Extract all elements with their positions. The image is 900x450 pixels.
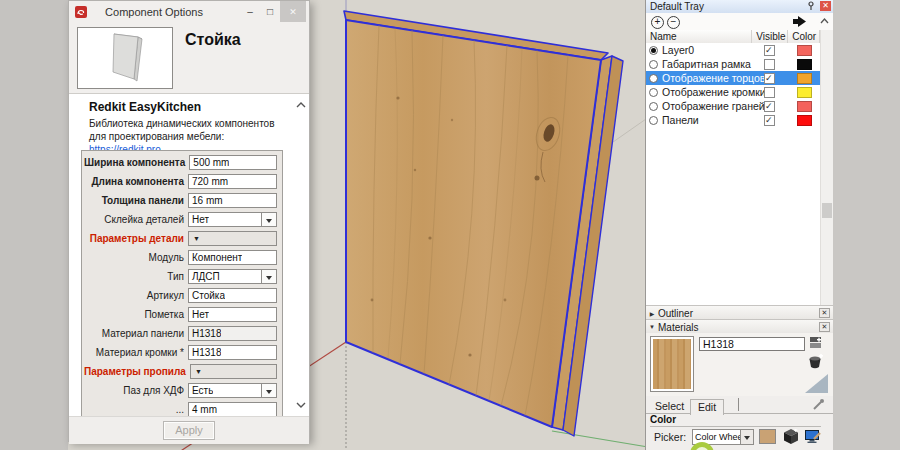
group-divider	[650, 426, 821, 427]
radio-icon[interactable]	[649, 116, 658, 125]
field-row: Паз для ХДФЕсть	[84, 383, 277, 398]
layer-color-swatch[interactable]	[797, 73, 812, 84]
layer-row[interactable]: Отображение граней	[646, 99, 820, 113]
layers-column-headers[interactable]: Name Visible Color	[646, 30, 820, 44]
type-select[interactable]: ЛДСП	[188, 269, 277, 284]
dialog-titlebar[interactable]: Component Options – □ ✕	[69, 1, 309, 23]
close-button[interactable]: ✕	[280, 1, 306, 22]
field-label: Пометка	[84, 309, 188, 320]
chevron-down-icon[interactable]	[261, 213, 276, 226]
edge-material-input[interactable]: H1318	[188, 345, 277, 360]
field-label: Артикул	[84, 290, 188, 301]
remove-layer-button[interactable]: −	[667, 16, 680, 29]
layer-name: Габаритная рамка	[658, 58, 764, 70]
material-preview[interactable]	[650, 336, 694, 392]
apply-button[interactable]: Apply	[163, 421, 215, 440]
expand-right-icon[interactable]: ▶	[646, 310, 658, 317]
groove-width-input[interactable]: 4 mm	[188, 402, 277, 417]
expand-down-icon[interactable]: ▼	[646, 324, 658, 330]
create-material-icon[interactable]	[807, 354, 824, 370]
layer-row[interactable]: Габаритная рамка	[646, 57, 820, 71]
minimize-button[interactable]: –	[240, 1, 260, 22]
visibility-checkbox[interactable]	[764, 101, 775, 112]
width-input[interactable]: 500 mm	[189, 155, 277, 170]
field-label: Модуль	[84, 252, 188, 263]
layer-color-swatch[interactable]	[797, 45, 812, 56]
layer-row-selected[interactable]: Отображение торцов	[646, 71, 820, 85]
tray-scrollbar[interactable]	[820, 30, 833, 305]
sample-paint-arrow[interactable]	[805, 374, 828, 393]
color-group: Color	[646, 413, 833, 427]
layer-name: Отображение торцов	[658, 72, 764, 84]
layer-name: Панели	[658, 114, 764, 126]
visibility-checkbox[interactable]	[764, 73, 775, 84]
material-name-input[interactable]: H1318	[699, 337, 805, 351]
layer-color-swatch[interactable]	[797, 115, 812, 126]
picker-label: Picker:	[654, 431, 686, 443]
eyedropper-icon[interactable]	[812, 398, 825, 411]
chevron-down-icon[interactable]	[740, 430, 753, 444]
scroll-down-icon[interactable]	[296, 402, 306, 408]
component-header: Стойка	[69, 23, 309, 93]
section-label: Параметры детали	[84, 233, 188, 244]
tray-close-icon[interactable]: ✕	[820, 1, 831, 11]
field-row: ...4 mm	[84, 402, 277, 417]
layer-color-swatch[interactable]	[797, 59, 812, 70]
maximize-button[interactable]: □	[260, 1, 280, 22]
scrollbar-thumb[interactable]	[822, 203, 832, 218]
glue-select[interactable]: Нет	[188, 212, 277, 227]
layer-row[interactable]: Layer0	[646, 43, 820, 57]
layer-row[interactable]: Панели	[646, 113, 820, 127]
thickness-input[interactable]: 16 mm	[188, 193, 277, 208]
radio-icon[interactable]	[649, 46, 658, 55]
column-color[interactable]: Color	[788, 30, 820, 43]
sketchup-window: Component Options – □ ✕ Стойка Redkit Ea…	[0, 0, 900, 450]
radio-icon[interactable]	[649, 60, 658, 69]
radio-icon[interactable]	[649, 88, 658, 97]
visibility-checkbox[interactable]	[764, 115, 775, 126]
match-object-color-icon[interactable]	[783, 429, 799, 444]
visibility-checkbox[interactable]	[764, 45, 775, 56]
field-label: Материал панели	[84, 328, 188, 339]
outliner-close-icon[interactable]: ✕	[819, 308, 830, 318]
collapse-icon[interactable]	[820, 18, 829, 24]
chevron-down-icon[interactable]	[261, 270, 276, 283]
add-layer-button[interactable]: +	[651, 16, 664, 29]
pin-icon[interactable]	[806, 1, 816, 11]
field-row: Ширина компонента500 mm	[84, 155, 277, 170]
length-input[interactable]: 720 mm	[188, 174, 277, 189]
column-name[interactable]: Name	[646, 30, 752, 43]
secondary-pane-icon[interactable]	[809, 336, 822, 349]
saw-params-toggle[interactable]: ▼	[190, 364, 277, 379]
tab-select[interactable]: Select	[648, 399, 691, 413]
materials-close-icon[interactable]: ✕	[819, 322, 830, 332]
layers-list: Layer0 Габаритная рамка Отображение торц…	[646, 43, 820, 305]
tray-header[interactable]: Default Tray ✕	[646, 0, 833, 13]
field-label: Паз для ХДФ	[84, 385, 188, 396]
details-menu-icon[interactable]	[793, 16, 807, 27]
column-visible[interactable]: Visible	[752, 30, 788, 43]
field-row: Материал панелиH1318	[84, 326, 277, 341]
radio-icon[interactable]	[649, 102, 658, 111]
detail-params-toggle[interactable]: ▼	[188, 231, 277, 246]
match-screen-color-icon[interactable]	[805, 430, 822, 444]
default-tray: Default Tray ✕ + − Name Visible Color L	[645, 0, 833, 450]
article-input[interactable]: Стойка	[188, 288, 277, 303]
module-input[interactable]: Компонент	[188, 250, 277, 265]
layer-row[interactable]: Отображение кромки	[646, 85, 820, 99]
dialog-title: Component Options	[69, 6, 239, 18]
field-label: Склейка деталей	[84, 214, 188, 225]
radio-icon[interactable]	[649, 74, 658, 83]
options-scroll-area[interactable]: Redkit EasyKitchen Библиотека динамическ…	[69, 93, 309, 417]
chevron-down-icon[interactable]	[261, 384, 276, 397]
field-row: Параметры детали▼	[84, 231, 277, 246]
layer-color-swatch[interactable]	[797, 101, 812, 112]
layer-color-swatch[interactable]	[797, 87, 812, 98]
section-label: Параметры пропила	[84, 366, 190, 377]
visibility-checkbox[interactable]	[764, 59, 775, 70]
visibility-checkbox[interactable]	[764, 87, 775, 98]
mark-input[interactable]: Нет	[188, 307, 277, 322]
picker-row: Picker: Color Wheel	[646, 428, 833, 446]
scroll-up-icon[interactable]	[296, 102, 306, 108]
hdf-groove-select[interactable]: Есть	[188, 383, 277, 398]
